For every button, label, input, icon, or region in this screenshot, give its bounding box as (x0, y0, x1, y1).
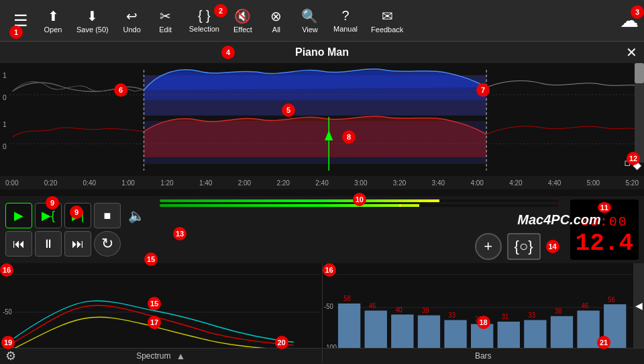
selection-label: Selection (189, 25, 219, 33)
svg-rect-48 (417, 316, 439, 349)
selection-button[interactable]: { } Selection 2 (182, 5, 226, 36)
svg-rect-69 (604, 304, 626, 349)
feedback-label: Feedback (371, 26, 403, 34)
svg-rect-42 (364, 310, 386, 348)
tmark-10: 3:20 (393, 179, 406, 187)
tmark-3: 1:00 (121, 179, 134, 187)
vu-bars (160, 199, 559, 207)
timer-display: 11 00:00 12.4 (570, 199, 639, 260)
svg-rect-54 (470, 324, 492, 348)
view-icon: 🔍 (301, 8, 318, 24)
svg-text:0: 0 (3, 143, 7, 150)
loop-dial-button[interactable]: ↻ (94, 231, 121, 257)
tmark-16: 5:20 (626, 179, 639, 187)
fast-forward-button[interactable]: ⏭ (64, 231, 91, 257)
svg-text:0: 0 (3, 269, 7, 277)
svg-text:38: 38 (555, 308, 562, 316)
waveform-title-bar: 4 Piano Man ✕ (0, 42, 644, 63)
all-button[interactable]: ⊗ All (260, 5, 293, 36)
svg-text:0: 0 (3, 94, 7, 101)
effect-icon: 🔇 (234, 8, 251, 24)
svg-rect-66 (577, 310, 599, 348)
view-button[interactable]: 🔍 View (293, 5, 327, 36)
edit-label: Edit (159, 26, 172, 34)
view-label: View (302, 26, 318, 34)
save-icon: ⬇ (87, 8, 98, 24)
svg-text:39: 39 (422, 306, 429, 314)
waveform-svg: 1 0 1 0 (0, 63, 644, 176)
vu-peak-bottom (399, 204, 401, 207)
svg-rect-39 (337, 304, 360, 349)
volume-button[interactable]: 🔈 (123, 203, 149, 228)
close-button[interactable]: ✕ (626, 44, 637, 60)
waveform-title: Piano Man (295, 46, 349, 58)
feedback-icon: ✉ (382, 8, 393, 24)
svg-rect-60 (524, 320, 546, 349)
play-selection-button[interactable]: ▶{ (35, 203, 62, 228)
all-label: All (272, 26, 280, 34)
tmark-13: 4:20 (509, 179, 522, 187)
controls-section: 9 9 ▶ ▶{ ▶| ■ 🔈 ⏮ ⏸ ⏭ ↻ 13 15 (0, 196, 644, 263)
tmark-11: 3:40 (432, 179, 445, 187)
edit-button[interactable]: ✂ Edit (149, 5, 182, 36)
analysis-section: 16 0 -50 -100 0k 2k 4k 6k 8k 10k 12 (0, 263, 644, 363)
svg-rect-57 (497, 322, 519, 349)
tmark-4: 1:20 (160, 179, 173, 187)
waveform-canvas[interactable]: 5 6 7 8 1 0 1 0 (0, 63, 644, 176)
svg-text:1: 1 (3, 72, 7, 79)
manual-button[interactable]: ? Manual (327, 5, 364, 36)
spectrum-up-arrow[interactable]: ▲ (176, 351, 186, 361)
add-loop-row: + {○} 14 (160, 233, 559, 260)
play-next-button[interactable]: ▶| (64, 203, 91, 228)
annotation-2: 2 (214, 4, 227, 17)
annotation-11: 11 (598, 202, 611, 213)
cloud-button[interactable]: ☁ 3 (620, 9, 639, 32)
open-button[interactable]: ⬆ Open (36, 5, 70, 36)
open-icon: ⬆ (48, 8, 59, 24)
svg-text:28: 28 (475, 315, 482, 323)
waveform-scrollbar[interactable] (635, 63, 644, 163)
stop-button[interactable]: ■ (94, 203, 121, 228)
feedback-button[interactable]: ✉ Feedback (364, 5, 410, 36)
loop-button[interactable]: {○} (507, 233, 541, 260)
tmark-2: 0:40 (83, 179, 96, 187)
svg-text:1: 1 (3, 121, 7, 128)
pause-button[interactable]: ⏸ (35, 231, 62, 257)
play-button[interactable]: ▶ (5, 203, 32, 228)
spectrum-label: Spectrum (136, 351, 170, 361)
tmark-9: 3:00 (354, 179, 367, 187)
tmark-12: 4:00 (470, 179, 483, 187)
tmark-8: 2:40 (315, 179, 328, 187)
vu-bar-top (160, 199, 559, 202)
add-button[interactable]: + (475, 233, 502, 260)
hamburger-menu[interactable]: ☰ (5, 9, 36, 33)
bars-scroll-right[interactable]: ◀ (633, 263, 644, 348)
svg-text:31: 31 (501, 313, 508, 321)
tmark-14: 4:40 (548, 179, 561, 187)
tmark-0: 0:00 (5, 179, 18, 187)
save-button[interactable]: ⬇ Save (50) (70, 5, 115, 36)
effect-label: Effect (233, 26, 252, 34)
transport-row-1: ▶ ▶{ ▶| ■ 🔈 (5, 203, 149, 228)
undo-label: Undo (123, 26, 141, 34)
transport-row-2: ⏮ ⏸ ⏭ ↻ (5, 231, 149, 257)
gear-icon[interactable]: ⚙ (5, 349, 16, 363)
manual-icon: ? (341, 8, 349, 24)
effect-button[interactable]: 🔇 Effect (226, 5, 260, 36)
open-label: Open (44, 26, 62, 34)
svg-text:33: 33 (448, 312, 455, 320)
edit-icon: ✂ (160, 8, 171, 24)
vu-mask-top (439, 199, 559, 202)
svg-rect-45 (391, 314, 413, 349)
tmark-7: 2:20 (276, 179, 289, 187)
undo-button[interactable]: ↩ Undo (115, 5, 149, 36)
tmark-5: 1:40 (199, 179, 212, 187)
svg-text:46: 46 (368, 302, 376, 310)
tmark-6: 2:00 (238, 179, 251, 187)
rewind-button[interactable]: ⏮ (5, 231, 32, 257)
vu-section: 10 Mac4PC.com + {○} 14 (160, 199, 559, 260)
scrollbar-thumb[interactable] (635, 63, 644, 83)
annotation-4: 4 (221, 46, 235, 59)
bars-label: Bars (475, 351, 492, 361)
svg-text:-50: -50 (3, 308, 12, 316)
